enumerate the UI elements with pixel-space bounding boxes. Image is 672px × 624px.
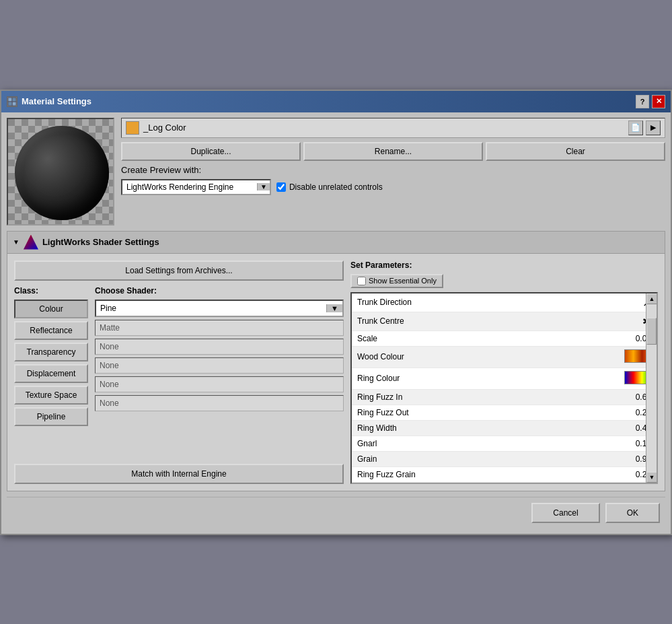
param-name-wood-colour: Wood Colour [352,346,616,368]
param-scale: Scale 0.01 [352,331,657,346]
clear-button[interactable]: Clear [486,142,665,161]
ok-button[interactable]: OK [605,503,660,523]
dialog-body: _Log Color 📄 ▶ Duplicate... Rename... Cl… [1,112,671,534]
disable-unrelated-checkbox[interactable] [276,182,286,192]
shader-none-2: None [95,357,344,374]
material-arrow-icon[interactable]: ▶ [646,120,661,135]
param-name-ring-colour: Ring Colour [352,368,616,389]
param-ring-fuzz-out: Ring Fuzz Out 0.26 [352,405,657,420]
cancel-button[interactable]: Cancel [531,503,599,523]
param-ring-fuzz-grain: Ring Fuzz Grain 0.22 [352,466,657,482]
class-pipeline-button[interactable]: Pipeline [14,407,88,426]
class-colour-button[interactable]: Colour [14,300,88,318]
scroll-track[interactable] [646,304,657,472]
param-gnarl: Gnarl 0.12 [352,436,657,451]
shader-matte: Matte [95,320,344,336]
lightworks-section: ▼ LightWorks Shader Settings Load Settin… [7,231,665,491]
rename-button[interactable]: Rename... [303,142,483,161]
lightworks-header[interactable]: ▼ LightWorks Shader Settings [7,232,665,254]
class-shader-row: Class: Colour Reflectance Transparency D… [14,286,344,426]
shader-none-4: None [95,395,344,411]
material-settings-dialog: Material Settings ? ✕ _Log Color 📄 ▶ [0,90,672,535]
param-wood-colour: Wood Colour [352,346,657,368]
create-preview-row: Create Preview with: [121,165,665,175]
match-engine-button[interactable]: Match with Internal Engine [14,464,344,484]
param-grain: Grain 0.99 [352,451,657,466]
disable-unrelated-label: Disable unrelated controls [289,182,383,192]
duplicate-button[interactable]: Duplicate... [121,142,301,161]
param-name-ring-width: Ring Width [352,420,616,436]
param-trunk-direction: Trunk Direction ↗ [352,293,657,312]
class-column: Class: Colour Reflectance Transparency D… [14,286,88,426]
shader-pine-input[interactable] [96,301,326,316]
rendering-engine-select[interactable]: LightWorks Rendering Engine [122,180,257,194]
scroll-down-arrow[interactable]: ▼ [646,472,657,483]
show-essential-row: Show Essential Only [350,274,658,288]
create-preview-label: Create Preview with: [121,165,201,175]
scroll-up-arrow[interactable]: ▲ [646,293,657,304]
close-button[interactable]: ✕ [652,95,665,108]
load-settings-button[interactable]: Load Settings from Archives... [14,261,344,281]
shader-none-3: None [95,376,344,392]
help-button[interactable]: ? [636,95,649,108]
shader-none-1: None [95,339,344,355]
param-name-ring-fuzz-grain: Ring Fuzz Grain [352,466,616,482]
rendering-engine-dropdown-arrow[interactable]: ▼ [257,183,270,190]
svg-rect-1 [12,102,16,106]
left-panel: Load Settings from Archives... Class: Co… [14,261,344,484]
param-name-gnarl: Gnarl [352,436,616,451]
svg-rect-0 [8,98,12,102]
param-name-scale: Scale [352,331,616,346]
material-name-icons: 📄 ▶ [628,120,661,135]
param-ring-colour: Ring Colour [352,368,657,389]
top-section: _Log Color 📄 ▶ Duplicate... Rename... Cl… [7,118,665,226]
rendering-engine-select-container: LightWorks Rendering Engine ▼ [121,179,271,195]
params-table: Trunk Direction ↗ Trunk Centre ✱ Scale 0… [352,293,657,483]
dialog-footer: Cancel OK [7,497,665,528]
show-essential-button[interactable]: Show Essential Only [350,274,443,288]
collapse-arrow-icon: ▼ [13,238,20,246]
param-ring-fuzz-in: Ring Fuzz In 0.68 [352,389,657,405]
set-params-label: Set Parameters: [350,261,658,270]
title-bar-buttons: ? ✕ [636,95,665,108]
class-texture-space-button[interactable]: Texture Space [14,386,88,405]
lightworks-logo [24,235,38,250]
param-name-grain: Grain [352,451,616,466]
param-name-ring-fuzz-in: Ring Fuzz In [352,389,616,405]
param-name-trunk-centre: Trunk Centre [352,312,616,331]
param-name-ring-fuzz-out: Ring Fuzz Out [352,405,616,420]
param-name-trunk-direction: Trunk Direction [352,293,616,312]
right-panel: Set Parameters: Show Essential Only Trun… [350,261,658,484]
material-file-icon[interactable]: 📄 [628,120,643,135]
preview-ball [15,126,109,220]
lightworks-body: Load Settings from Archives... Class: Co… [7,254,665,491]
class-displacement-button[interactable]: Displacement [14,364,88,383]
material-name: _Log Color [143,123,624,133]
show-essential-checkbox[interactable] [357,277,366,285]
shader-column: Choose Shader: ▼ Matte None None None No… [95,286,344,411]
material-preview [7,118,114,226]
params-scrollbar[interactable]: ▲ ▼ [646,293,657,483]
shader-label: Choose Shader: [95,286,344,296]
top-right-panel: _Log Color 📄 ▶ Duplicate... Rename... Cl… [121,118,665,226]
svg-rect-2 [8,102,12,106]
dialog-title: Material Settings [22,96,91,106]
scroll-thumb[interactable] [646,318,657,345]
class-transparency-button[interactable]: Transparency [14,343,88,361]
rendering-engine-row: LightWorks Rendering Engine ▼ Disable un… [121,179,665,195]
class-label: Class: [14,286,88,296]
app-icon [7,96,17,107]
shader-dropdown-arrow-icon[interactable]: ▼ [326,304,342,312]
material-color-swatch [126,121,139,135]
material-name-row: _Log Color 📄 ▶ [121,118,665,138]
svg-rect-3 [12,98,16,102]
param-trunk-centre: Trunk Centre ✱ [352,312,657,331]
show-essential-label: Show Essential Only [369,277,437,285]
disable-unrelated-row: Disable unrelated controls [276,182,383,192]
lightworks-title: LightWorks Shader Settings [42,237,159,247]
material-action-buttons: Duplicate... Rename... Clear [121,142,665,161]
params-table-scroll: Trunk Direction ↗ Trunk Centre ✱ Scale 0… [352,293,657,483]
class-reflectance-button[interactable]: Reflectance [14,321,88,340]
title-bar: Material Settings ? ✕ [1,91,671,112]
params-wrapper: Trunk Direction ↗ Trunk Centre ✱ Scale 0… [350,292,658,484]
